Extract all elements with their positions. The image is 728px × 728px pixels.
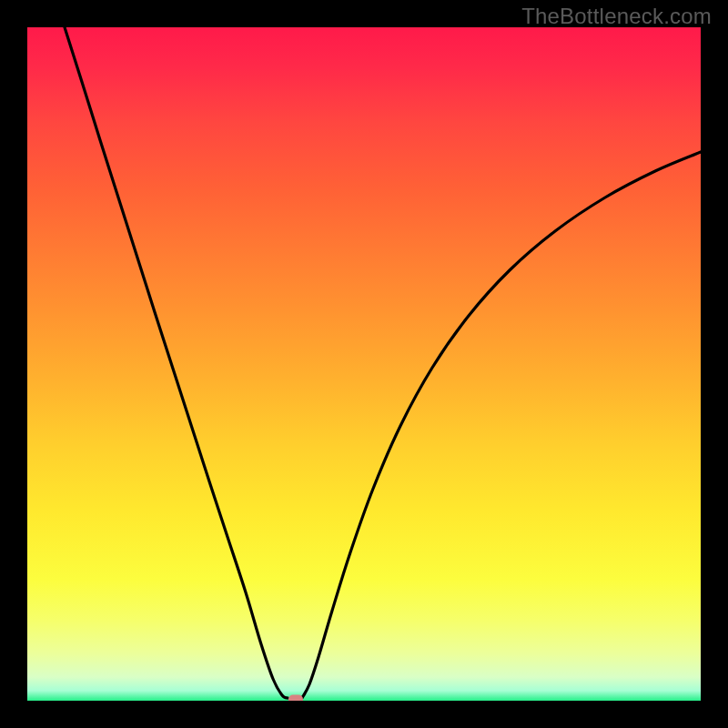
curve-left-branch	[65, 27, 288, 698]
watermark-text: TheBottleneck.com	[521, 4, 712, 29]
bottleneck-marker	[288, 694, 303, 701]
curve-svg	[27, 27, 701, 701]
curve-right-branch	[302, 152, 701, 698]
plot-area	[27, 27, 701, 701]
